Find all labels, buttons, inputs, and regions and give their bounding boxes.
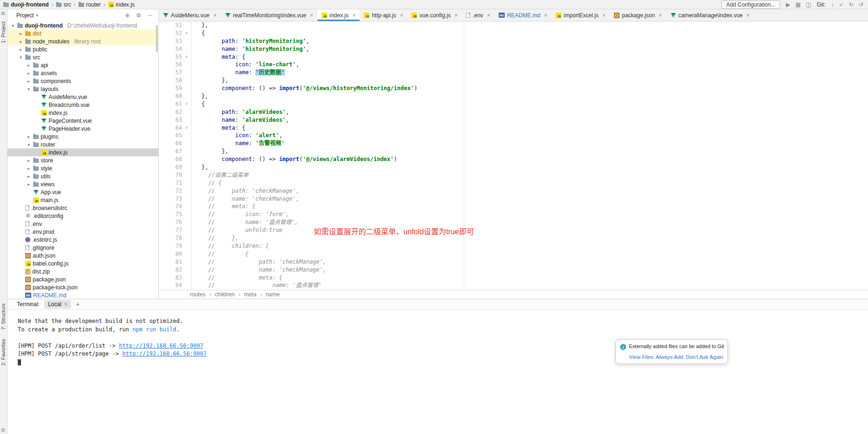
breadcrumb-item-router[interactable]: router xyxy=(77,1,102,8)
tab-http-api-js[interactable]: JShttp-api.js× xyxy=(360,9,407,21)
code-line[interactable]: 71 // { xyxy=(159,179,868,187)
close-icon[interactable]: × xyxy=(659,12,662,19)
code-editor[interactable]: 51 },52∨ {53 path: 'historyMonitoring',5… xyxy=(159,21,868,290)
close-icon[interactable]: × xyxy=(64,301,67,308)
terminal-link[interactable]: http://192.168.66.56:9007 xyxy=(119,343,204,349)
chevron-right-icon[interactable]: ▸ xyxy=(18,47,23,52)
history-icon[interactable]: ↻ xyxy=(849,2,854,7)
breadcrumb-item-duoji-frontend[interactable]: duoji-frontend xyxy=(2,1,50,8)
line-number[interactable]: 66 xyxy=(159,140,182,147)
code-line[interactable]: 52∨ { xyxy=(159,29,868,37)
tree-item-node-modules[interactable]: ▸node_moduleslibrary root xyxy=(7,37,158,45)
new-terminal-icon[interactable]: + xyxy=(76,301,79,308)
code-line[interactable]: 78 // }, xyxy=(159,234,868,242)
tree-item-components[interactable]: ▸components xyxy=(7,77,158,85)
line-number[interactable]: 73 xyxy=(159,195,182,203)
stripe-item-favorites[interactable]: 2: Favorites xyxy=(0,339,6,365)
line-number[interactable]: 84 xyxy=(159,281,182,289)
tree-item-app-vue[interactable]: App.vue xyxy=(7,188,158,196)
code-line[interactable]: 68 component: () => import('@/views/alar… xyxy=(159,155,868,163)
code-line[interactable]: 76 // name: '盘点管理', xyxy=(159,218,868,226)
tree-item-plugins[interactable]: ▸plugins xyxy=(7,133,158,140)
code-line[interactable]: 62 path: 'alarmVideos', xyxy=(159,108,868,116)
window-icon[interactable]: ◫ xyxy=(806,2,811,7)
tree-item-gitignore[interactable]: .gitignore xyxy=(7,244,158,252)
tree-item-env-prod[interactable]: .env.prod xyxy=(7,228,158,236)
notification-action-don-t-ask-again[interactable]: Don't Ask Again xyxy=(686,354,723,360)
line-number[interactable]: 68 xyxy=(159,155,182,163)
line-number[interactable]: 83 xyxy=(159,274,182,282)
tree-item-package-lock-json[interactable]: {}package-lock.json xyxy=(7,283,158,291)
line-number[interactable]: 57 xyxy=(159,69,182,77)
tree-item-layouts[interactable]: ▾layouts xyxy=(7,85,158,93)
line-number[interactable]: 75 xyxy=(159,210,182,218)
tool-windows-bottom-icon[interactable]: ⊞ xyxy=(1,427,5,433)
code-line[interactable]: 83 // meta: { xyxy=(159,274,868,282)
chevron-right-icon[interactable]: ▸ xyxy=(26,63,31,68)
code-line[interactable]: 61∨ { xyxy=(159,100,868,108)
code-line[interactable]: 60 }, xyxy=(159,92,868,100)
tree-item-public[interactable]: ▸public xyxy=(7,45,158,53)
notification-action-always-add[interactable]: Always Add xyxy=(656,354,683,360)
tree-item-index-js[interactable]: JSindex.js xyxy=(7,109,158,117)
editor-breadcrumb-children[interactable]: children xyxy=(215,291,234,298)
code-line[interactable]: 51 }, xyxy=(159,21,868,29)
tree-item-package-json[interactable]: {}package.json xyxy=(7,275,158,283)
code-line[interactable]: 69 }, xyxy=(159,163,868,171)
line-number[interactable]: 77 xyxy=(159,226,182,234)
project-scrollbar[interactable] xyxy=(156,25,158,52)
tree-item-babel-config-js[interactable]: JSbabel.config.js xyxy=(7,259,158,267)
tree-item-dist-zip[interactable]: dist.zip xyxy=(7,267,158,275)
tree-item-env[interactable]: .env xyxy=(7,220,158,228)
code-line[interactable]: 74 // meta: { xyxy=(159,203,868,210)
chevron-down-icon[interactable]: ▾ xyxy=(36,13,38,18)
code-line[interactable]: 58 }, xyxy=(159,77,868,84)
line-number[interactable]: 69 xyxy=(159,163,182,171)
tab-readme-md[interactable]: MDREADME.md× xyxy=(494,9,551,21)
tree-item-readme-md[interactable]: MDREADME.md xyxy=(7,291,158,299)
tree-item-breadcrumb-vue[interactable]: Breadcrumb.vue xyxy=(7,101,158,109)
fold-marker-icon[interactable]: ∨ xyxy=(182,29,191,37)
line-number[interactable]: 56 xyxy=(159,61,182,69)
code-line[interactable]: 77 // unfold:true xyxy=(159,226,868,234)
tree-item-store[interactable]: ▸store xyxy=(7,156,158,164)
tree-item-pageheader-vue[interactable]: PageHeader.vue xyxy=(7,125,158,133)
breadcrumb-item-index-js[interactable]: JSindex.js xyxy=(107,1,136,8)
project-panel-title[interactable]: Project xyxy=(16,12,34,19)
line-number[interactable]: 58 xyxy=(159,77,182,84)
chevron-right-icon[interactable]: ▸ xyxy=(18,31,23,36)
terminal-link[interactable]: http://192.168.66.56:9007 xyxy=(122,350,207,357)
code-line[interactable]: 75 // icon: 'form', xyxy=(159,210,868,218)
code-line[interactable]: 72 // path: 'checkManage', xyxy=(159,187,868,195)
line-number[interactable]: 79 xyxy=(159,242,182,250)
tab-realtimemonitoring-index-vue[interactable]: realTimeMonitoring\index.vue× xyxy=(221,9,318,21)
chevron-right-icon[interactable]: ▸ xyxy=(18,39,23,44)
stripe-item-project[interactable]: 1: Project xyxy=(0,21,6,43)
rollback-icon[interactable]: ↺ xyxy=(859,2,863,7)
editor-breadcrumb-name[interactable]: name xyxy=(266,291,280,298)
line-number[interactable]: 67 xyxy=(159,147,182,155)
line-number[interactable]: 63 xyxy=(159,116,182,124)
chevron-right-icon[interactable]: ▸ xyxy=(26,166,31,171)
hide-icon[interactable]: ─ xyxy=(148,13,152,18)
chevron-down-icon[interactable]: ▾ xyxy=(26,142,31,147)
line-number[interactable]: 64 xyxy=(159,124,182,132)
fold-marker-icon[interactable]: ∨ xyxy=(182,53,191,61)
commit-icon[interactable]: ✓ xyxy=(839,2,844,7)
code-line[interactable]: 80 // { xyxy=(159,250,868,258)
tree-item-api[interactable]: ▸api xyxy=(7,61,158,69)
tree-item-index-js[interactable]: JSindex.js xyxy=(7,148,158,156)
close-icon[interactable]: × xyxy=(747,12,750,19)
locate-icon[interactable]: ⊕ xyxy=(125,13,130,18)
code-line[interactable]: 56 icon: 'line-chart', xyxy=(159,61,868,69)
tree-item-dist[interactable]: ▸dist xyxy=(7,29,158,37)
tree-item-main-js[interactable]: JSmain.js xyxy=(7,196,158,204)
coverage-icon[interactable]: ▦ xyxy=(795,2,800,7)
code-line[interactable]: 53 path: 'historyMonitoring', xyxy=(159,37,868,45)
breadcrumb-item-src[interactable]: src xyxy=(55,1,72,8)
chevron-down-icon[interactable]: ▾ xyxy=(18,55,23,60)
line-number[interactable]: 82 xyxy=(159,266,182,274)
tree-item-router[interactable]: ▾router xyxy=(7,140,158,148)
tree-item-editorconfig[interactable]: ⚙.editorconfig xyxy=(7,212,158,220)
chevron-down-icon[interactable]: ▾ xyxy=(26,87,31,91)
